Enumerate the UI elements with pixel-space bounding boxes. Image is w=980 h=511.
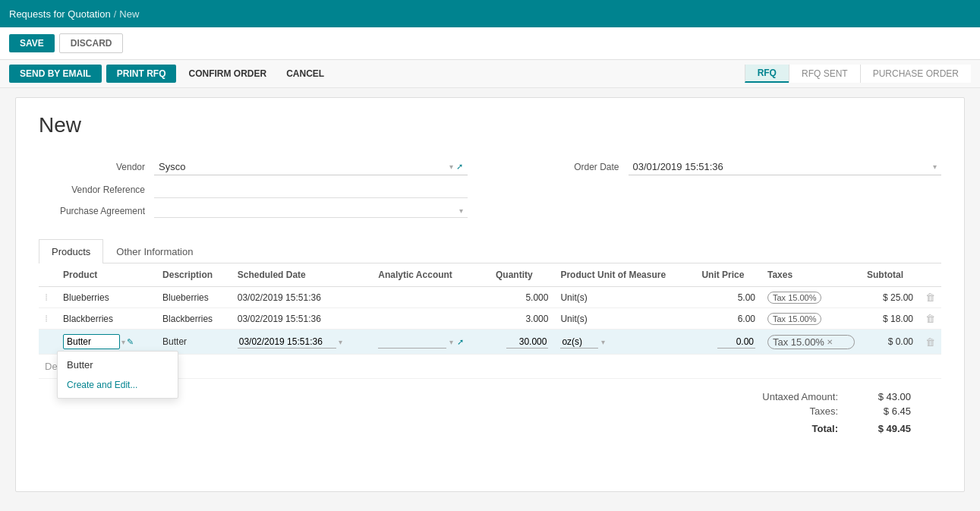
vendor-external-link-icon[interactable]: ➚ (456, 162, 463, 172)
taxes-row: Taxes: $ 6.45 (683, 405, 911, 417)
date-dropdown-arrow: ▾ (339, 338, 342, 346)
th-actions (919, 263, 941, 287)
order-date-dropdown-arrow: ▾ (933, 162, 937, 171)
status-rfq[interactable]: RFQ (745, 65, 789, 83)
scheduled-date-cell[interactable]: ▾ (232, 330, 373, 355)
analytic-external-link-icon[interactable]: ➚ (457, 337, 464, 346)
tabs-container: Products Other Information (39, 239, 941, 263)
analytic-account-input[interactable] (378, 336, 446, 349)
tax-badge-with-x: Tax 15.00% ✕ (767, 335, 855, 349)
drag-handle-cell[interactable] (39, 330, 57, 355)
status-rfq-sent[interactable]: RFQ SENT (789, 65, 860, 83)
action-bar: SAVE DISCARD (0, 27, 980, 60)
breadcrumb-link[interactable]: Requests for Quotation (9, 8, 111, 20)
product-cell[interactable]: Blueberries (57, 287, 156, 308)
description-cell[interactable]: Blueberries (156, 287, 232, 308)
taxes-cell[interactable]: Tax 15.00% ✕ (761, 330, 861, 355)
drag-handle-icon: ⁞ (45, 292, 48, 303)
uom-input[interactable] (560, 336, 598, 349)
product-cell[interactable]: Blackberries (57, 308, 156, 330)
breadcrumb: Requests for Quotation / New (9, 8, 139, 20)
subtotal-cell: $ 0.00 (861, 330, 919, 355)
subtotal-cell: $ 25.00 (861, 287, 919, 308)
analytic-account-cell[interactable] (372, 308, 490, 330)
products-table: Product Description Scheduled Date Analy… (39, 263, 941, 379)
delete-cell[interactable]: 🗑 (919, 287, 941, 308)
uom-cell[interactable]: Unit(s) (554, 308, 695, 330)
tax-badge: Tax 15.00% (767, 292, 821, 304)
scheduled-date-input[interactable] (238, 336, 336, 349)
description-cell[interactable]: Blackberries (156, 308, 232, 330)
drag-handle-cell[interactable]: ⁞ (39, 308, 57, 330)
purchase-agreement-input[interactable]: ▾ (154, 204, 468, 218)
table-row: ⁞ Blueberries Blueberries 03/02/2019 15:… (39, 287, 941, 308)
edit-product-icon[interactable]: ✎ (127, 337, 134, 347)
tab-products[interactable]: Products (39, 239, 103, 263)
vendor-field-row: Vendor Sysco ▾ ➚ (39, 159, 468, 175)
taxes-cell[interactable]: Tax 15.00% (761, 308, 861, 330)
discard-button[interactable]: DISCARD (59, 33, 124, 53)
delete-icon[interactable]: 🗑 (925, 313, 935, 324)
total-label: Total: (683, 423, 838, 434)
cancel-button[interactable]: CANCEL (279, 65, 332, 83)
order-date-input[interactable]: 03/01/2019 15:51:36 ▾ (629, 159, 942, 175)
scheduled-date-cell[interactable]: 03/02/2019 15:51:36 (232, 287, 373, 308)
quantity-cell[interactable] (490, 330, 554, 355)
table-row-active: ▾ ✎ Butter Create and Edit... Butter ▾ (39, 330, 941, 355)
note-label: De (45, 361, 58, 372)
order-date-label: Order Date (513, 162, 619, 172)
drag-handle-icon: ⁞ (45, 313, 48, 324)
dropdown-item-butter[interactable]: Butter (58, 355, 178, 375)
purchase-agreement-label: Purchase Agreement (39, 206, 145, 216)
vendor-reference-label: Vendor Reference (39, 185, 145, 195)
confirm-order-button[interactable]: CONFIRM ORDER (181, 65, 274, 83)
delete-icon[interactable]: 🗑 (925, 292, 935, 303)
drag-handle-cell[interactable]: ⁞ (39, 287, 57, 308)
unit-price-cell[interactable] (695, 330, 761, 355)
quantity-cell[interactable]: 3.000 (490, 308, 554, 330)
product-cell[interactable]: ▾ ✎ Butter Create and Edit... (57, 330, 156, 355)
th-product: Product (57, 263, 156, 287)
delete-icon[interactable]: 🗑 (925, 336, 935, 348)
unit-price-cell[interactable]: 6.00 (695, 308, 761, 330)
untaxed-amount-row: Untaxed Amount: $ 43.00 (683, 391, 911, 402)
table-row: ⁞ Blackberries Blackberries 03/02/2019 1… (39, 308, 941, 330)
delete-cell[interactable]: 🗑 (919, 330, 941, 355)
dropdown-item-create-edit[interactable]: Create and Edit... (58, 375, 178, 395)
th-scheduled-date: Scheduled Date (232, 263, 373, 287)
th-drag (39, 263, 57, 287)
form-section: Vendor Sysco ▾ ➚ Vendor Reference Purcha… (39, 159, 941, 224)
tab-other-information[interactable]: Other Information (103, 239, 206, 263)
send-by-email-button[interactable]: SEND BY EMAIL (9, 65, 102, 83)
purchase-agreement-dropdown-arrow: ▾ (459, 207, 463, 215)
th-analytic-account: Analytic Account (372, 263, 490, 287)
vendor-dropdown-arrow: ▾ (449, 162, 453, 171)
th-description: Description (156, 263, 232, 287)
status-purchase-order[interactable]: PURCHASE ORDER (860, 65, 971, 83)
untaxed-value: $ 43.00 (850, 391, 911, 402)
save-button[interactable]: SAVE (9, 34, 55, 52)
th-unit-of-measure: Product Unit of Measure (554, 263, 695, 287)
product-input[interactable] (63, 334, 120, 349)
tax-remove-icon[interactable]: ✕ (827, 338, 833, 346)
uom-cell[interactable]: Unit(s) (554, 287, 695, 308)
vendor-input[interactable]: Sysco ▾ ➚ (154, 159, 468, 175)
delete-cell[interactable]: 🗑 (919, 308, 941, 330)
main-content: New Vendor Sysco ▾ ➚ Vendor Reference (15, 97, 965, 492)
th-subtotal: Subtotal (861, 263, 919, 287)
vendor-reference-input[interactable] (154, 181, 468, 198)
analytic-account-cell[interactable] (372, 287, 490, 308)
print-rfq-button[interactable]: PRINT RFQ (106, 65, 177, 83)
quantity-input[interactable] (506, 336, 548, 349)
top-nav: Requests for Quotation / New (0, 0, 980, 27)
scheduled-date-cell[interactable]: 03/02/2019 15:51:36 (232, 308, 373, 330)
taxes-cell[interactable]: Tax 15.00% (761, 287, 861, 308)
quantity-cell[interactable]: 5.000 (490, 287, 554, 308)
document-title: New (39, 113, 941, 137)
uom-cell[interactable]: ▾ (554, 330, 695, 355)
subtotal-cell: $ 18.00 (861, 308, 919, 330)
analytic-account-cell[interactable]: ▾ ➚ (372, 330, 490, 355)
th-taxes: Taxes (761, 263, 861, 287)
unit-price-cell[interactable]: 5.00 (695, 287, 761, 308)
unit-price-input[interactable] (717, 336, 755, 349)
